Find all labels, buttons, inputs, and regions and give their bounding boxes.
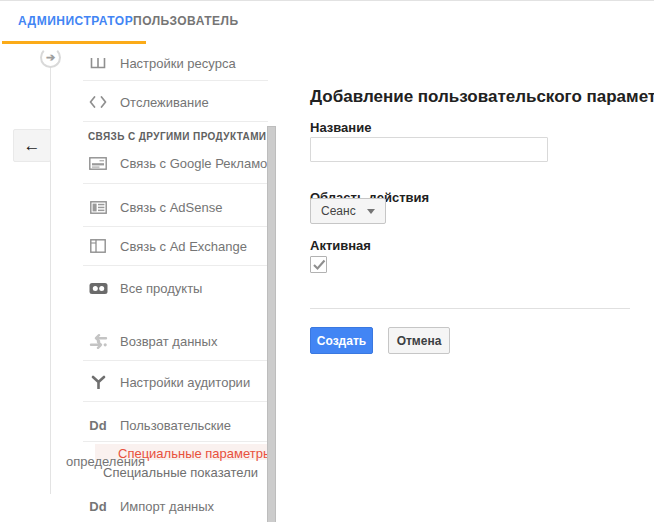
sidebar-item-postbacks[interactable]: Возврат данных [88,331,217,351]
sidebar-item-label: Связь с AdSense [120,200,222,215]
tracking-code-icon [88,96,108,108]
sidebar-item-label: Связь с Google Рекламой [120,156,275,171]
sidebar-item-tracking[interactable]: Отслеживание [88,92,209,112]
sidebar-item-label: Все продукты [120,281,202,296]
sidebar-item-audience-settings[interactable]: Настройки аудитории [88,372,250,392]
dd-icon: Dd [88,499,108,514]
analytics-admin-page: АДМИНИСТРАТОР ПОЛЬЗОВАТЕЛЬ ➔ ← Настройки… [0,0,654,522]
rail-connector-line [50,57,51,494]
sidebar-section-header: СВЯЗЬ С ДРУГИМИ ПРОДУКТАМИ [88,131,266,142]
audience-settings-icon [88,375,108,389]
back-arrow-button[interactable]: ← [13,129,51,162]
tab-user[interactable]: ПОЛЬЗОВАТЕЛЬ [133,14,239,28]
ad-exchange-link-icon [88,239,108,253]
expand-arrow-icon[interactable]: ➔ [40,47,61,68]
sidebar-item-data-import[interactable]: Dd Импорт данных [88,496,214,516]
sidebar-divider [83,121,268,122]
name-input[interactable] [310,137,548,162]
sidebar-item-ad-exchange-link[interactable]: Связь с Ad Exchange [88,236,247,256]
active-checkbox-check [312,259,326,271]
chevron-down-icon [367,209,375,214]
sidebar-scrollbar-thumb[interactable] [267,126,276,522]
sidebar-item-custom-definitions[interactable]: Dd Пользовательские [88,415,231,435]
name-label: Название [310,120,371,135]
tab-administrator[interactable]: АДМИНИСТРАТОР [18,14,133,28]
sidebar-item-google-ads-link[interactable]: Связь с Google Рекламой [88,153,275,173]
sidebar-item-label: Возврат данных [120,334,217,349]
sidebar-item-label: Пользовательские [120,418,231,433]
scope-dropdown[interactable]: Сеанс [310,198,386,224]
dd-icon: Dd [88,418,108,433]
postbacks-icon [88,334,108,349]
all-products-icon [88,282,108,295]
adsense-link-icon [88,201,108,214]
create-button[interactable]: Создать [310,327,373,354]
sidebar-item-adsense-link[interactable]: Связь с AdSense [88,197,222,217]
sidebar-item-label: Настройки аудитории [120,375,250,390]
sidebar-divider [83,441,268,442]
sidebar-divider [83,183,268,184]
active-tab-underline [2,41,146,44]
sidebar-item-property-settings[interactable]: Настройки ресурса [88,53,236,73]
active-label: Активная [310,238,371,253]
sidebar-item-custom-metrics[interactable]: Специальные показатели [103,465,258,480]
active-checkbox[interactable] [310,256,327,273]
sidebar-divider [83,265,268,266]
sidebar-divider [83,401,268,402]
sidebar-item-label: Отслеживание [120,95,209,110]
page-title: Добавление пользовательского параметра [310,87,654,107]
scope-dropdown-value: Сеанс [321,204,356,218]
sidebar-divider [83,226,268,227]
cancel-button[interactable]: Отмена [388,327,450,354]
google-ads-link-icon [88,157,108,170]
form-divider [310,308,630,309]
sidebar-item-label: Импорт данных [120,499,214,514]
sidebar-divider [83,360,268,361]
sidebar-item-all-products[interactable]: Все продукты [88,278,202,298]
property-settings-icon [88,58,108,69]
sidebar-divider [83,80,268,81]
sidebar-item-label: Настройки ресурса [120,56,236,71]
sidebar-item-label: Связь с Ad Exchange [120,239,247,254]
